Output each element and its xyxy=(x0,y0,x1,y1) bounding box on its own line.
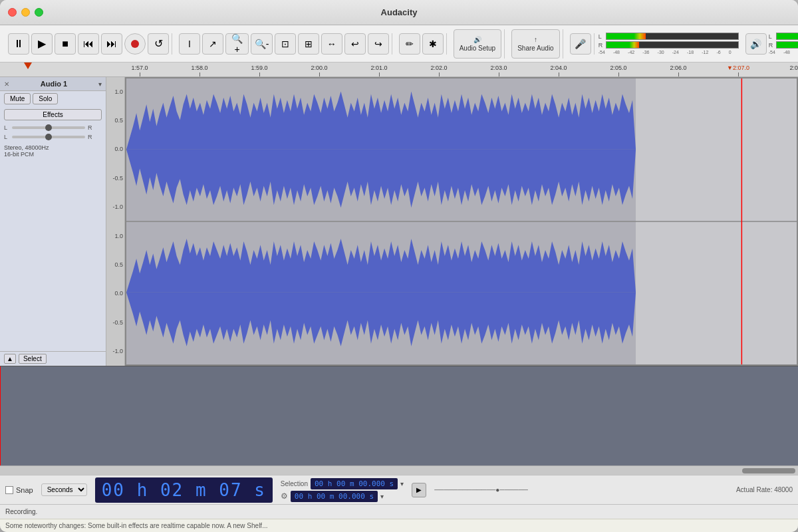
pan-slider[interactable] xyxy=(12,136,85,138)
vu-scale-bottom: -54 -48 -42 -36 -30 -24 -18 -12 -6 0 xyxy=(769,50,798,55)
track-close-button[interactable]: ✕ xyxy=(4,80,9,88)
ruler-inner: 1:57.0 1:58.0 1:59.0 2:00.0 2:01.0 2:02.… xyxy=(0,63,798,76)
solo-button[interactable]: Solo xyxy=(33,93,58,104)
zoom-sel-tool[interactable]: ⊞ xyxy=(298,33,319,55)
maximize-button[interactable] xyxy=(35,8,43,17)
selection-end: 00 h 00 m 00.000 s xyxy=(291,491,378,502)
time-display: 00 h 02 m 07 s xyxy=(95,477,273,503)
vu-input-bar xyxy=(606,33,646,39)
zoom-out-tool[interactable]: 🔍- xyxy=(251,33,272,55)
vu-input-label2: R xyxy=(598,42,604,49)
vu-input-label: L xyxy=(598,33,604,40)
pencil-icon: ✏ xyxy=(406,39,414,49)
play-small-icon: ▶ xyxy=(416,486,422,493)
waveform-svg xyxy=(126,78,797,364)
gain-slider-row: L R xyxy=(4,124,102,131)
zoom-in-icon: 🔍+ xyxy=(230,33,244,55)
track-header-top: ✕ Audio 1 ▾ xyxy=(0,77,106,91)
skip-fwd-button[interactable]: ⏭ xyxy=(101,33,122,55)
vu-output-label: L xyxy=(769,33,774,40)
play-button[interactable]: ▶ xyxy=(31,33,53,55)
record-button[interactable] xyxy=(124,33,146,55)
draw-tool[interactable]: ↗ xyxy=(202,33,223,55)
vu-input-row2: R xyxy=(598,41,739,49)
window-title: Audacity xyxy=(381,7,418,17)
track-collapse-button[interactable]: ▲ xyxy=(4,354,16,364)
track-info-text: Stereo, 48000Hz xyxy=(4,144,102,151)
draw-icon: ↗ xyxy=(209,39,217,49)
track-info: Stereo, 48000Hz 16-bit PCM xyxy=(0,143,106,159)
minimize-button[interactable] xyxy=(21,8,30,17)
skip-fwd-icon: ⏭ xyxy=(106,38,117,50)
monitor-group: 🎤 xyxy=(567,33,595,55)
selection-gear-icon[interactable]: ⚙ xyxy=(281,491,288,501)
audio-setup-button[interactable]: 🔊 Audio Setup xyxy=(454,29,502,59)
vu-input-meter xyxy=(606,33,739,40)
snap-checkbox[interactable] xyxy=(5,486,13,494)
loop-button[interactable]: ↺ xyxy=(148,33,169,55)
share-audio-button[interactable]: ↑ Share Audio xyxy=(511,29,560,59)
input-monitor-button[interactable]: 🎤 xyxy=(570,33,591,55)
waveform-canvas[interactable] xyxy=(125,77,798,366)
record-dot xyxy=(131,40,139,48)
gain-slider[interactable] xyxy=(12,126,85,129)
statusbar: Recording. xyxy=(0,504,798,519)
cursor-icon: I xyxy=(188,39,191,49)
snap-checkbox-container: Snap xyxy=(5,486,33,494)
close-button[interactable] xyxy=(8,8,17,17)
waveform-area[interactable]: 1.0 0.5 0.0 -0.5 -1.0 1.0 0.5 0.0 -0.5 -… xyxy=(106,77,798,366)
cursor-tool[interactable]: I xyxy=(179,33,200,55)
share-audio-group: ↑ Share Audio xyxy=(509,29,563,59)
tick-11: 2:08.0 xyxy=(768,65,798,76)
playback-speed: ─────────────●────── xyxy=(434,486,528,493)
track-mute-solo: Mute Solo xyxy=(0,91,106,106)
pencil-tool[interactable]: ✏ xyxy=(399,33,420,55)
vu-input-meter2 xyxy=(606,41,739,49)
zoom-fit-tool[interactable]: ⊡ xyxy=(275,33,296,55)
notification-bar: Some noteworthy changes: Some built-in e… xyxy=(0,519,798,532)
stop-button[interactable]: ■ xyxy=(55,33,76,55)
zoom-full-tool[interactable]: ↔ xyxy=(321,33,342,55)
window-controls xyxy=(8,8,43,17)
pan-label-l: L xyxy=(4,134,9,140)
audio-setup-label: Audio Setup xyxy=(460,45,496,52)
mute-button[interactable]: Mute xyxy=(4,93,31,104)
undo-icon: ↩ xyxy=(351,39,359,49)
vu-output-meter2 xyxy=(776,41,798,49)
scrollbar-thumb[interactable] xyxy=(742,468,795,473)
zoom-sel-icon: ⊞ xyxy=(305,39,313,49)
selection-row-2: ⚙ 00 h 00 m 00.000 s ▾ xyxy=(281,491,404,502)
selection-end-arrow: ▾ xyxy=(380,493,384,500)
vu-output-label2: R xyxy=(769,42,774,49)
track-select-button[interactable]: Select xyxy=(19,354,47,364)
horizontal-scrollbar[interactable] xyxy=(0,466,798,475)
track-info-text2: 16-bit PCM xyxy=(4,151,102,158)
undo-tool[interactable]: ↩ xyxy=(344,33,366,55)
effects-button[interactable]: Effects xyxy=(4,109,102,120)
loop-icon: ↺ xyxy=(154,37,163,50)
snap-label: Snap xyxy=(16,486,33,494)
selection-row-1: Selection 00 h 00 m 00.000 s ▾ xyxy=(281,478,404,489)
bottom-toolbar: Snap Seconds 00 h 02 m 07 s Selection 00… xyxy=(0,475,798,504)
skip-back-button[interactable]: ⏮ xyxy=(78,33,99,55)
track-dropdown-arrow[interactable]: ▾ xyxy=(98,80,102,88)
zoom-fit-icon: ⊡ xyxy=(281,39,289,49)
track-name-label: Audio 1 xyxy=(41,80,67,88)
redo-tool[interactable]: ↪ xyxy=(368,33,389,55)
vu-scale-top: -54 -48 -42 -36 -30 -24 -18 -12 -6 0 xyxy=(598,50,732,55)
multi-tool[interactable]: ✱ xyxy=(422,33,444,55)
seconds-dropdown[interactable]: Seconds xyxy=(41,483,87,496)
timeline-ruler[interactable]: 1:57.0 1:58.0 1:59.0 2:00.0 2:01.0 2:02.… xyxy=(0,63,798,77)
play-at-selection-button[interactable]: ▶ xyxy=(412,483,426,497)
gain-label-l: L xyxy=(4,124,9,131)
pan-slider-row: L R xyxy=(4,134,102,140)
monitor-icon: 🎤 xyxy=(575,39,586,49)
zoom-in-tool[interactable]: 🔍+ xyxy=(225,33,249,55)
output-monitor-button[interactable]: 🔊 xyxy=(745,33,767,55)
start-playhead xyxy=(24,63,32,69)
stop-icon: ■ xyxy=(62,38,68,50)
pause-button[interactable]: ⏸ xyxy=(8,33,29,55)
skip-back-icon: ⏮ xyxy=(83,38,94,50)
audacity-window: Audacity ⏸ ▶ ■ ⏮ ⏭ ↺ xyxy=(0,0,798,532)
audio-setup-group: 🔊 Audio Setup xyxy=(451,29,505,59)
